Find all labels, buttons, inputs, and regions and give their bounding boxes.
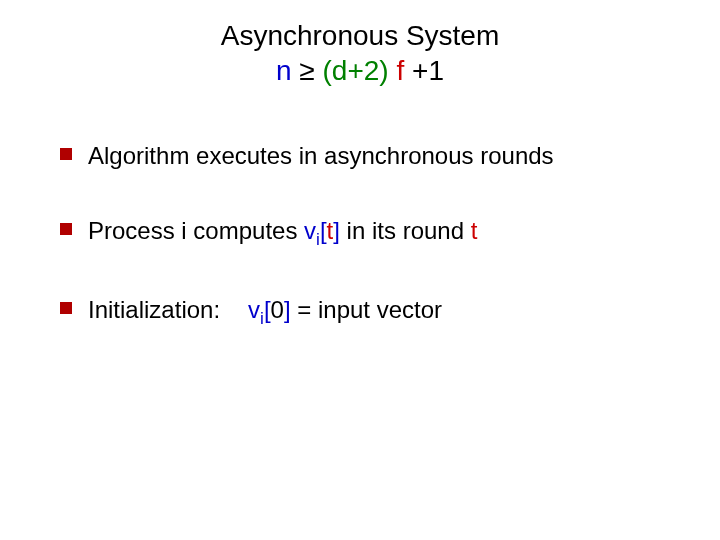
bullet-2-v: v	[304, 217, 316, 244]
bullet-2: Process i computes vi[t] in its round t	[60, 215, 680, 250]
title-sym-plus1: +1	[412, 55, 444, 86]
bullet-3-label: Initialization:	[88, 296, 220, 323]
bullet-3-v: v	[248, 296, 260, 323]
slide: Asynchronous System n ≥ (d+2) f +1 Algor…	[0, 0, 720, 540]
title-sym-f: f	[389, 55, 412, 86]
bullet-1: Algorithm executes in asynchronous round…	[60, 140, 680, 171]
title-sym-ge: ≥	[292, 55, 323, 86]
slide-title: Asynchronous System n ≥ (d+2) f +1	[0, 18, 720, 88]
bullet-2-lbr: [	[320, 217, 327, 244]
bullet-3-lbr: [	[264, 296, 271, 323]
bullet-1-text: Algorithm executes in asynchronous round…	[88, 142, 554, 169]
bullet-3-eq: = input vector	[291, 296, 442, 323]
title-line-1: Asynchronous System	[0, 18, 720, 53]
bullet-3-zero: 0	[271, 296, 284, 323]
bullet-2-t2: t	[471, 217, 478, 244]
bullet-3-rbr: ]	[284, 296, 291, 323]
title-sym-d2: (d+2)	[323, 55, 389, 86]
bullet-3: Initialization:vi[0] = input vector	[60, 294, 680, 329]
bullet-list: Algorithm executes in asynchronous round…	[60, 140, 680, 374]
bullet-2-rbr: ]	[333, 217, 340, 244]
bullet-2-pre: Process i computes	[88, 217, 304, 244]
title-line-2: n ≥ (d+2) f +1	[0, 53, 720, 88]
title-sym-n: n	[276, 55, 292, 86]
bullet-2-mid: in its round	[340, 217, 471, 244]
